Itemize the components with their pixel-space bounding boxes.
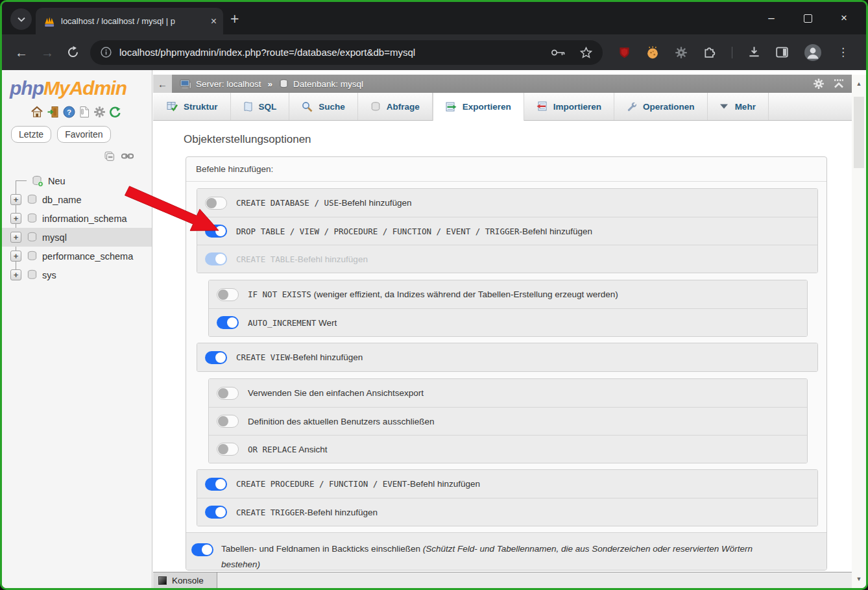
settings-gear-icon[interactable] — [93, 106, 106, 118]
new-tab-button[interactable]: + — [230, 10, 239, 28]
expand-icon[interactable]: + — [10, 232, 21, 243]
export-options-page: Objekterstellungsoptionen Befehle hinzuf… — [153, 121, 852, 572]
bookmark-star-icon[interactable] — [580, 47, 592, 58]
tab-struktur[interactable]: Struktur — [154, 93, 231, 120]
toggle-create-procedure[interactable] — [205, 478, 227, 491]
phpmyadmin-logo[interactable]: phpMyAdmin — [10, 77, 152, 99]
ublock-extension-icon[interactable] — [618, 46, 631, 59]
option-exclude-definer[interactable]: Definition des aktuellen Benutzers aussc… — [209, 407, 807, 435]
tab-exportieren[interactable]: Exportieren — [433, 93, 524, 121]
tab-close-button[interactable]: × — [211, 16, 217, 27]
option-create-table[interactable]: CREATE TABLE-Befehl hinzufügen — [197, 245, 817, 273]
url-text[interactable]: localhost/phpmyadmin/index.php?route=/da… — [119, 47, 415, 58]
toggle-knob — [218, 416, 228, 426]
expand-icon[interactable]: + — [10, 251, 21, 262]
option-if-not-exists[interactable]: IF NOT EXISTS (weniger effizient, da Ind… — [209, 280, 807, 308]
recent-tables-button[interactable]: Letzte — [11, 126, 51, 143]
page-scrollbar[interactable]: ▲ ▼ — [852, 75, 866, 588]
forward-button[interactable]: → — [41, 46, 54, 59]
console-toggle[interactable]: Konsole — [153, 572, 217, 588]
toggle-backquotes[interactable] — [191, 543, 213, 556]
cookie-extension-icon[interactable] — [646, 46, 659, 59]
option-drop-statements[interactable]: DROP TABLE / VIEW / PROCEDURE / FUNCTION… — [197, 217, 817, 245]
fieldset-label: Befehle hinzufügen: — [186, 157, 826, 182]
browser-toolbar: ← → localhost/phpmyadmin/index.php?route… — [2, 34, 866, 70]
option-auto-increment[interactable]: AUTO_INCREMENT Wert — [209, 308, 807, 336]
tab-sql[interactable]: SQL — [231, 93, 290, 120]
query-icon — [370, 101, 381, 112]
toggle-or-replace-view[interactable] — [217, 443, 239, 456]
toggle-drop-statements[interactable] — [205, 225, 227, 238]
toggle-if-not-exists[interactable] — [217, 288, 239, 301]
toggle-create-database[interactable] — [205, 197, 227, 210]
tab-suche[interactable]: Suche — [289, 93, 358, 120]
toggle-auto-increment[interactable] — [217, 316, 239, 329]
breadcrumb-server[interactable]: Server: localhost — [180, 79, 261, 89]
object-creation-card: Befehle hinzufügen: CREATE DATABASE / US… — [186, 156, 827, 571]
refresh-icon[interactable] — [109, 106, 121, 118]
favorite-tables-button[interactable]: Favoriten — [57, 126, 110, 143]
expand-icon[interactable]: + — [10, 269, 21, 280]
option-create-view[interactable]: CREATE VIEW-Befehl hinzufügen — [197, 343, 817, 371]
navigation-icon-row: ? — [30, 106, 152, 118]
help-icon[interactable]: ? — [63, 106, 75, 118]
close-button[interactable]: × — [826, 2, 862, 34]
collapse-top-panel-icon[interactable] — [832, 79, 845, 89]
reload-button[interactable] — [67, 46, 79, 58]
scroll-thumb[interactable] — [854, 97, 864, 168]
tab-mehr[interactable]: Mehr — [708, 93, 769, 120]
tab-importieren[interactable]: Importieren — [524, 93, 614, 120]
chevron-down-icon — [720, 104, 728, 109]
password-key-icon[interactable] — [551, 48, 566, 57]
home-icon[interactable] — [30, 106, 43, 118]
scroll-down-arrow[interactable]: ▼ — [852, 574, 866, 584]
back-button[interactable]: ← — [15, 46, 28, 59]
svg-text:?: ? — [67, 108, 71, 116]
toggle-simple-view-export[interactable] — [217, 387, 239, 400]
toggle-exclude-definer[interactable] — [217, 415, 239, 428]
option-create-trigger[interactable]: CREATE TRIGGER-Befehl hinzufügen — [197, 498, 817, 526]
tree-item-information-schema[interactable]: + information_schema — [2, 209, 152, 228]
collapse-all-icon[interactable] — [104, 151, 115, 161]
doc-page-icon[interactable] — [78, 106, 90, 118]
tab-title: localhost / localhost / mysql | p — [61, 16, 191, 26]
browser-tab[interactable]: localhost / localhost / mysql | p × — [36, 8, 223, 34]
tree-item-sys[interactable]: + sys — [2, 265, 152, 284]
expand-icon[interactable]: + — [10, 194, 21, 205]
address-bar[interactable]: localhost/phpmyadmin/index.php?route=/da… — [90, 40, 603, 65]
site-info-icon[interactable] — [101, 47, 112, 58]
browser-menu-icon[interactable]: ⋮ — [838, 45, 849, 59]
collapse-navigation-button[interactable]: ← — [153, 75, 172, 93]
tab-search-button[interactable] — [10, 8, 32, 30]
tree-item-new-database[interactable]: Neu — [2, 171, 152, 190]
side-panel-icon[interactable] — [776, 46, 788, 58]
breadcrumb-database[interactable]: Datenbank: mysql — [279, 79, 363, 89]
maximize-button[interactable] — [790, 2, 826, 34]
option-create-procedure[interactable]: CREATE PROCEDURE / FUNCTION / EVENT-Befe… — [197, 470, 817, 498]
page-settings-gear-icon[interactable] — [813, 78, 825, 90]
toggle-knob — [227, 317, 237, 328]
browser-titlebar: localhost / localhost / mysql | p × + – … — [2, 2, 866, 34]
expand-icon[interactable]: + — [10, 213, 21, 224]
tab-operationen[interactable]: Operationen — [614, 93, 708, 120]
tree-item-db-name[interactable]: + db_name — [2, 190, 152, 209]
toggle-create-trigger[interactable] — [205, 506, 227, 519]
link-panels-icon[interactable] — [121, 153, 134, 160]
option-simple-view-export[interactable]: Verwenden Sie den einfachen Ansichtsexpo… — [209, 379, 807, 407]
option-or-replace-view[interactable]: OR REPLACE Ansicht — [209, 435, 807, 463]
tree-item-mysql[interactable]: + mysql — [2, 228, 152, 247]
wrench-icon — [627, 101, 637, 112]
minimize-button[interactable]: – — [753, 2, 790, 34]
option-create-database[interactable]: CREATE DATABASE / USE-Befehl hinzufügen — [197, 189, 817, 217]
toggle-create-view[interactable] — [205, 351, 227, 364]
option-backquotes[interactable]: Tabellen- und Feldnamen in Backticks ein… — [186, 532, 826, 571]
extensions-puzzle-icon[interactable] — [703, 46, 716, 59]
tree-item-performance-schema[interactable]: + performance_schema — [2, 247, 152, 265]
gray-extension-icon[interactable] — [675, 46, 688, 59]
tab-abfrage[interactable]: Abfrage — [358, 93, 433, 120]
chevron-down-icon — [18, 17, 25, 22]
scroll-up-arrow[interactable]: ▲ — [852, 79, 866, 89]
profile-avatar[interactable] — [804, 43, 822, 62]
logout-door-icon[interactable] — [47, 106, 60, 118]
downloads-icon[interactable] — [748, 46, 760, 58]
